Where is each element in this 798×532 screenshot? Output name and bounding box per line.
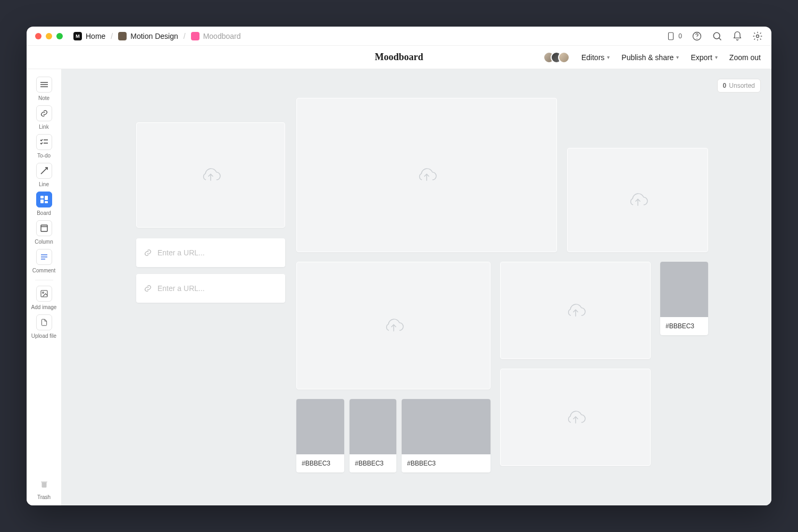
tool-note[interactable]: Note	[30, 77, 58, 101]
unsorted-label: Unsorted	[729, 82, 755, 89]
collaborator-avatars[interactable]	[543, 52, 570, 63]
tool-sidebar: Note Link To-do Line	[27, 69, 62, 505]
svg-rect-15	[45, 201, 48, 203]
editors-label: Editors	[581, 53, 605, 62]
inbox-count: 0	[678, 32, 682, 40]
cloud-upload-icon	[199, 165, 222, 185]
tool-comment-label: Comment	[32, 268, 55, 273]
breadcrumb-sep: /	[111, 32, 113, 40]
tool-board[interactable]: Board	[30, 192, 58, 216]
url-input[interactable]	[157, 248, 278, 257]
color-swatch-card[interactable]: #BBBEC3	[402, 399, 491, 472]
swatch-hex-label: #BBBEC3	[350, 454, 396, 472]
swatch-hex-label: #BBBEC3	[402, 454, 491, 472]
sidebar-divider	[35, 280, 53, 280]
upload-card[interactable]	[500, 262, 651, 359]
trash-icon	[36, 476, 52, 492]
unsorted-badge[interactable]: 0 Unsorted	[717, 79, 761, 93]
tool-comment[interactable]: Comment	[30, 249, 58, 273]
upload-card[interactable]	[296, 262, 491, 389]
swatch-color	[296, 399, 344, 454]
chevron-down-icon: ▾	[607, 54, 610, 60]
inbox-button[interactable]: 0	[666, 31, 682, 41]
app-window: M Home / Motion Design / Moodboard 0	[27, 27, 771, 505]
tool-add-image[interactable]: Add image	[30, 286, 58, 310]
close-window-dot[interactable]	[35, 33, 41, 39]
gear-icon[interactable]	[752, 31, 763, 41]
tool-board-label: Board	[37, 210, 51, 216]
avatar	[558, 52, 570, 63]
zoom-out-button[interactable]: Zoom out	[729, 53, 761, 62]
line-icon	[36, 163, 52, 179]
svg-point-2	[696, 38, 697, 38]
swatch-color	[402, 399, 491, 454]
svg-rect-12	[40, 196, 44, 198]
breadcrumb-sep: /	[184, 32, 186, 40]
upload-card[interactable]	[296, 98, 557, 252]
export-menu[interactable]: Export ▾	[691, 53, 717, 62]
color-swatch-card[interactable]: #BBBEC3	[350, 399, 396, 472]
svg-point-22	[42, 292, 44, 294]
breadcrumb-moodboard[interactable]: Moodboard	[191, 32, 241, 40]
breadcrumb-motion-design[interactable]: Motion Design	[118, 32, 178, 40]
svg-line-4	[719, 38, 721, 40]
color-swatch-card[interactable]: #BBBEC3	[296, 399, 344, 472]
editors-menu[interactable]: Editors ▾	[581, 53, 610, 62]
tool-todo[interactable]: To-do	[30, 134, 58, 159]
minimize-window-dot[interactable]	[46, 33, 52, 39]
url-card[interactable]	[136, 238, 285, 267]
svg-point-3	[713, 32, 720, 39]
help-icon[interactable]	[692, 31, 702, 41]
tool-note-label: Note	[38, 95, 49, 101]
svg-line-11	[41, 168, 47, 174]
todo-icon	[36, 134, 52, 150]
tool-trash-label: Trash	[37, 494, 51, 500]
body: Note Link To-do Line	[27, 69, 771, 505]
url-card[interactable]	[136, 274, 285, 303]
unsorted-count: 0	[723, 82, 727, 89]
cloud-upload-icon	[415, 165, 438, 185]
upload-card[interactable]	[567, 148, 708, 252]
board-canvas[interactable]: 0 Unsorted	[62, 69, 771, 505]
tool-upload-file[interactable]: Upload file	[30, 314, 58, 339]
breadcrumb-home-label: Home	[86, 32, 105, 40]
svg-rect-14	[40, 200, 44, 203]
export-label: Export	[691, 53, 712, 62]
svg-rect-21	[41, 290, 47, 297]
tool-line-label: Line	[39, 181, 49, 187]
search-icon[interactable]	[712, 31, 722, 41]
cloud-upload-icon	[564, 408, 587, 427]
svg-rect-13	[45, 196, 48, 200]
tool-line[interactable]: Line	[30, 163, 58, 187]
upload-card[interactable]	[136, 122, 285, 228]
tool-column-label: Column	[35, 239, 53, 245]
maximize-window-dot[interactable]	[56, 33, 63, 39]
swatch-color	[660, 262, 708, 317]
image-icon	[36, 286, 52, 302]
svg-point-5	[757, 35, 759, 37]
window-controls	[35, 33, 63, 39]
zoom-out-label: Zoom out	[729, 53, 761, 62]
chevron-down-icon: ▾	[715, 54, 718, 60]
url-input[interactable]	[157, 284, 278, 293]
tool-upload-file-label: Upload file	[31, 333, 56, 339]
svg-rect-0	[669, 32, 674, 40]
note-icon	[36, 77, 52, 93]
color-swatch-card[interactable]: #BBBEC3	[660, 262, 708, 335]
titlebar-actions: 0	[666, 31, 763, 41]
swatch-color	[350, 399, 396, 454]
link-icon	[144, 284, 152, 293]
file-icon	[36, 314, 52, 330]
upload-card[interactable]	[500, 369, 651, 466]
breadcrumb: M Home / Motion Design / Moodboard	[73, 32, 240, 40]
breadcrumb-home[interactable]: M Home	[73, 32, 105, 40]
tool-link[interactable]: Link	[30, 105, 58, 130]
subheader-actions: Editors ▾ Publish & share ▾ Export ▾ Zoo…	[543, 52, 761, 63]
swatch-hex-label: #BBBEC3	[296, 454, 344, 472]
svg-rect-16	[41, 225, 47, 231]
tool-column[interactable]: Column	[30, 220, 58, 245]
tool-trash[interactable]: Trash	[30, 476, 58, 500]
bell-icon[interactable]	[732, 31, 743, 41]
subheader: Moodboard Editors ▾ Publish & share ▾ Ex…	[27, 46, 771, 69]
publish-share-menu[interactable]: Publish & share ▾	[621, 53, 679, 62]
